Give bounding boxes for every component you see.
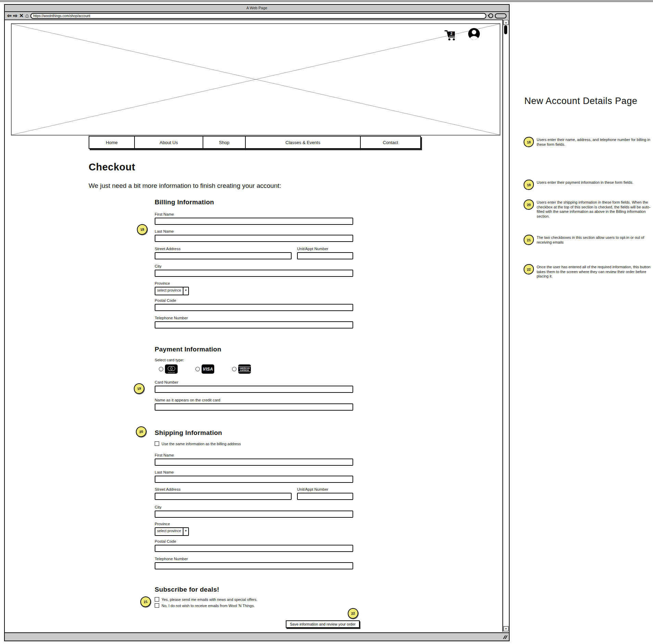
vertical-scrollbar[interactable]: ▲ ▼ (502, 20, 509, 632)
billing-last-name-input[interactable] (155, 235, 353, 242)
shipping-telephone-input[interactable] (155, 562, 353, 569)
payment-section-title: Payment Information (155, 346, 221, 353)
card-name-label: Name as it appears on the credit card (155, 398, 353, 402)
annotation-note-18: 18 Users enter their name, address, and … (524, 137, 653, 147)
note-badge-18: 18 (523, 137, 535, 148)
visa-logo: VISA (202, 364, 214, 374)
status-bar (5, 632, 509, 641)
billing-telephone-input[interactable] (155, 321, 353, 329)
billing-section-title: Billing Information (155, 198, 214, 206)
billing-province-select[interactable]: select province ▼ (155, 287, 189, 295)
chevron-down-icon: ▼ (183, 528, 188, 535)
card-name-input[interactable] (155, 403, 353, 411)
shipping-city-input[interactable] (155, 511, 353, 518)
callout-18: 18 (136, 223, 148, 235)
page-intro: We just need a bit more information to f… (89, 182, 281, 190)
stop-icon[interactable]: ✕ (19, 12, 24, 19)
shipping-unit-label: Unit/Appt Number (297, 487, 353, 491)
billing-province-label: Province (155, 281, 353, 285)
subscribe-section-title: Subscribe for deals! (155, 586, 219, 593)
subscribe-no-checkbox[interactable] (155, 603, 159, 608)
billing-city-label: City (155, 264, 353, 268)
billing-first-name-label: First Name (155, 212, 353, 216)
back-button[interactable]: ⇦ (7, 12, 12, 19)
shipping-section-title: Shipping Information (155, 429, 222, 437)
note-badge-22: 22 (523, 264, 535, 275)
billing-postal-input[interactable] (155, 304, 353, 311)
shipping-last-name-input[interactable] (155, 476, 353, 483)
callout-22: 22 (347, 607, 359, 619)
billing-street-input[interactable] (155, 252, 292, 259)
billing-city-input[interactable] (155, 270, 353, 277)
billing-unit-label: Unit/Appt Number (297, 247, 353, 251)
page-title: Checkout (89, 162, 135, 173)
annotation-panel-title: New Account Details Page (524, 96, 637, 106)
billing-first-name-input[interactable] (155, 218, 353, 225)
chevron-down-icon: ▼ (183, 287, 188, 295)
screen-top-strip (0, 0, 653, 2)
browser-window: A Web Page ⇦ ⇨ ✕ ⌂ (4, 4, 510, 641)
amex-logo: AMERICAN EXPRESS (238, 364, 251, 374)
scroll-down-icon[interactable]: ▼ (503, 626, 509, 631)
annotation-note-21: 21 The two checkboxes in this section al… (524, 235, 653, 245)
note-badge-20: 20 (523, 199, 535, 210)
same-as-billing-label: Use the same information as the billing … (162, 442, 241, 446)
shipping-city-label: City (155, 505, 353, 509)
home-icon[interactable]: ⌂ (25, 12, 29, 19)
billing-unit-input[interactable] (297, 252, 353, 259)
shipping-province-select[interactable]: select province ▼ (155, 527, 189, 536)
note-badge-21: 21 (523, 234, 535, 246)
nav-item-home[interactable]: Home (89, 137, 135, 148)
billing-postal-label: Postal Code (155, 298, 353, 302)
mastercard-logo: mastercard (165, 364, 178, 374)
subscribe-yes-checkbox[interactable] (155, 597, 159, 602)
main-nav: Home About Us Shop Classes & Events Cont… (89, 136, 421, 149)
window-title: A Web Page (5, 5, 509, 12)
radio-mastercard[interactable] (159, 367, 163, 371)
nav-item-contact[interactable]: Contact (361, 137, 420, 148)
shipping-province-label: Province (155, 522, 353, 526)
shipping-first-name-label: First Name (155, 453, 353, 457)
nav-item-shop[interactable]: Shop (203, 137, 246, 148)
search-icon[interactable] (488, 13, 493, 18)
scrollbar-thumb[interactable] (504, 25, 507, 34)
url-input[interactable] (30, 13, 486, 19)
select-card-type-label: Select card type: (155, 358, 353, 362)
shipping-street-input[interactable] (155, 493, 292, 500)
profile-icon[interactable] (468, 27, 481, 40)
forward-button[interactable]: ⇨ (13, 12, 18, 19)
cart-badge: 2 (450, 32, 452, 36)
cart-icon[interactable]: 2 (444, 29, 458, 42)
billing-telephone-label: Telephone Number (155, 316, 353, 320)
annotation-note-22: 22 Once the user has entered all of the … (524, 264, 653, 279)
nav-item-about-us[interactable]: About Us (135, 137, 203, 148)
shipping-postal-label: Postal Code (155, 539, 353, 543)
radio-visa[interactable] (195, 367, 200, 371)
resize-grip-icon[interactable] (502, 635, 508, 640)
subscribe-yes-label: Yes, please send me emails with news and… (162, 597, 257, 602)
card-number-label: Card Number (155, 380, 353, 384)
radio-amex[interactable] (232, 367, 236, 371)
annotation-note-20: 20 Users enter the shipping information … (524, 199, 653, 219)
shipping-postal-input[interactable] (155, 545, 353, 552)
nav-item-classes-events[interactable]: Classes & Events (246, 137, 361, 148)
annotation-note-19: 19 Users enter their payment information… (524, 180, 653, 190)
note-badge-19: 19 (523, 179, 535, 191)
card-number-input[interactable] (155, 386, 353, 393)
billing-province-value: select province (155, 287, 183, 295)
toolbar-pill-button[interactable] (495, 13, 507, 18)
shipping-unit-input[interactable] (297, 493, 353, 500)
browser-toolbar: ⇦ ⇨ ✕ ⌂ (5, 12, 509, 20)
shipping-first-name-input[interactable] (155, 459, 353, 466)
shipping-street-label: Street Address (155, 487, 292, 491)
callout-20: 20 (135, 426, 147, 438)
shipping-last-name-label: Last Name (155, 470, 353, 474)
shipping-province-value: select province (155, 528, 183, 535)
scroll-up-icon[interactable]: ▲ (503, 20, 509, 25)
same-as-billing-checkbox[interactable] (155, 441, 159, 446)
billing-last-name-label: Last Name (155, 229, 353, 233)
subscribe-no-label: No, I do not wish to receive emails from… (162, 604, 255, 608)
callout-19: 19 (133, 383, 145, 395)
save-and-review-button[interactable]: Save information and review your order (286, 620, 360, 628)
billing-street-label: Street Address (155, 247, 292, 251)
